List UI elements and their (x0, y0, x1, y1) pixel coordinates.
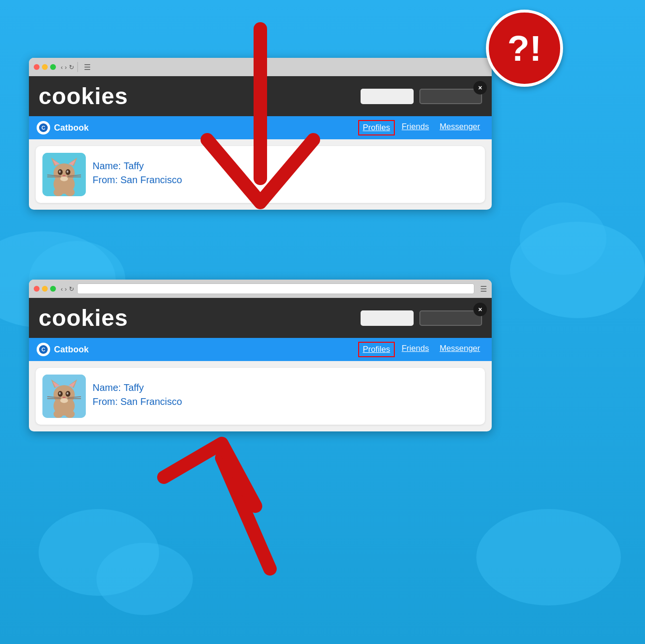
header-search-bottom[interactable] (361, 310, 414, 326)
badge-symbol: ?! (508, 27, 542, 69)
nav-brand-top: C Catbook (37, 121, 89, 134)
back-btn-top[interactable]: ‹ (61, 64, 63, 71)
nav-links-top: Profiles Friends Messenger (358, 120, 484, 135)
app-title-top: cooKies (39, 83, 128, 109)
profile-avatar-top (42, 153, 86, 196)
svg-text:C: C (41, 125, 45, 131)
header-btn-bottom[interactable] (419, 310, 482, 326)
dot-green-top[interactable] (50, 64, 56, 70)
nav-messenger-bottom[interactable]: Messenger (436, 342, 484, 357)
app-header-bottom: cooKies × (29, 298, 492, 338)
profile-card-top: Name: Taffy From: San Francisco (36, 146, 485, 203)
svg-point-33 (67, 392, 68, 395)
browser-window-top: ‹ › ↻ ☰ cooKies × C Catbook P (29, 58, 492, 210)
svg-point-12 (67, 171, 68, 173)
profile-name-bottom: Name: Taffy (93, 382, 478, 393)
nav-brand-label-top: Catbook (54, 123, 89, 133)
svg-point-39 (60, 398, 68, 403)
app-nav-bottom: C Catbook Profiles Friends Messenger (29, 338, 492, 361)
nav-messenger-top[interactable]: Messenger (436, 120, 484, 135)
forward-btn-top[interactable]: › (65, 64, 67, 71)
app-title-bottom: cooKies (39, 305, 128, 331)
header-btn-top[interactable] (419, 89, 482, 104)
browser-toolbar-bottom: ‹ › ↻ ☰ (29, 280, 492, 298)
profile-from-top: From: San Francisco (93, 174, 478, 186)
dot-red-top[interactable] (34, 64, 40, 70)
close-btn-top[interactable]: × (473, 81, 487, 94)
nav-profiles-top[interactable]: Profiles (358, 120, 395, 135)
back-btn-bottom[interactable]: ‹ (61, 285, 63, 293)
svg-point-11 (59, 171, 61, 173)
svg-point-32 (59, 392, 61, 395)
svg-point-18 (60, 176, 68, 181)
profile-info-top: Name: Taffy From: San Francisco (93, 161, 478, 188)
header-search-top[interactable] (361, 89, 414, 104)
nav-friends-top[interactable]: Friends (398, 120, 433, 135)
profile-name-top: Name: Taffy (93, 161, 478, 172)
question-mark-badge: ?! (486, 10, 563, 87)
browser-nav-top: ‹ › ↻ (61, 64, 74, 71)
window-dots-bottom (34, 286, 56, 292)
svg-point-19 (54, 188, 63, 196)
profile-avatar-bottom (42, 375, 86, 418)
close-btn-bottom[interactable]: × (473, 303, 487, 316)
menu-icon-top[interactable]: ☰ (84, 63, 91, 72)
dot-yellow-top[interactable] (42, 64, 48, 70)
url-bar-bottom[interactable] (77, 283, 474, 294)
nav-links-bottom: Profiles Friends Messenger (358, 342, 484, 357)
reload-btn-bottom[interactable]: ↻ (69, 285, 74, 293)
svg-point-41 (65, 410, 75, 418)
forward-btn-bottom[interactable]: › (65, 285, 67, 293)
svg-text:C: C (41, 347, 45, 352)
profile-card-bottom: Name: Taffy From: San Francisco (36, 368, 485, 425)
header-controls-bottom (361, 310, 482, 326)
app-nav-top: C Catbook Profiles Friends Messenger (29, 116, 492, 139)
dot-green-bottom[interactable] (50, 286, 56, 292)
catbook-icon-top: C (37, 121, 50, 134)
dot-red-bottom[interactable] (34, 286, 40, 292)
browser-window-bottom: ‹ › ↻ ☰ cooKies × C Catbook P (29, 280, 492, 431)
url-bar-top[interactable] (77, 62, 78, 72)
nav-profiles-bottom[interactable]: Profiles (358, 342, 395, 357)
browser-nav-bottom: ‹ › ↻ (61, 285, 74, 293)
reload-btn-top[interactable]: ↻ (69, 64, 74, 71)
dot-yellow-bottom[interactable] (42, 286, 48, 292)
svg-point-40 (54, 410, 63, 418)
browser-toolbar-top: ‹ › ↻ ☰ (29, 58, 492, 76)
window-dots-top (34, 64, 56, 70)
nav-brand-label-bottom: Catbook (54, 345, 89, 355)
app-header-top: cooKies × (29, 76, 492, 116)
svg-point-20 (65, 188, 75, 196)
header-controls-top (361, 89, 482, 104)
menu-icon-bottom[interactable]: ☰ (480, 284, 487, 294)
profile-from-bottom: From: San Francisco (93, 396, 478, 407)
nav-friends-bottom[interactable]: Friends (398, 342, 433, 357)
profile-info-bottom: Name: Taffy From: San Francisco (93, 382, 478, 410)
catbook-icon-bottom: C (37, 343, 50, 356)
nav-brand-bottom: C Catbook (37, 343, 89, 356)
